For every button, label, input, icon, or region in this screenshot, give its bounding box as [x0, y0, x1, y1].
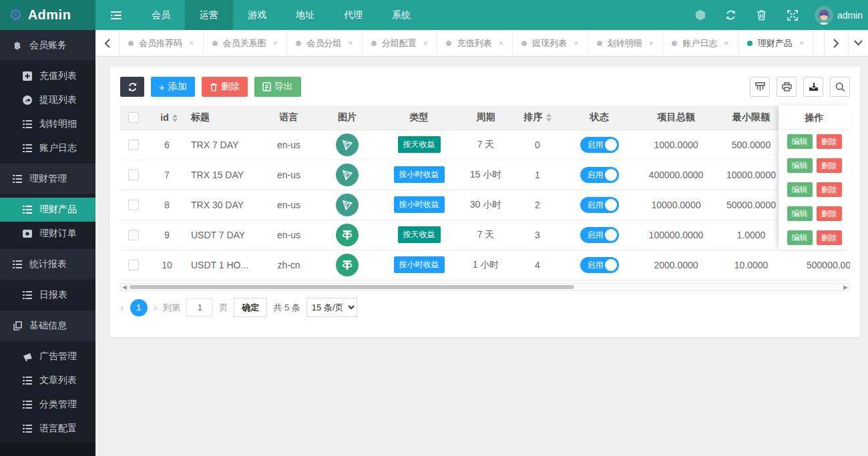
tab-close-icon[interactable]: ×	[799, 38, 805, 48]
sidebar-item-充值列表[interactable]: 充值列表	[0, 64, 95, 88]
sidebar-item-理财订单[interactable]: 理财订单	[0, 222, 95, 246]
tab-close-icon[interactable]: ×	[574, 38, 579, 48]
export-data-icon[interactable]	[803, 77, 823, 97]
tab-理财产品[interactable]: 理财产品×	[738, 30, 814, 56]
delete-button[interactable]: 删除	[202, 77, 248, 97]
sidebar-item-文章列表[interactable]: 文章列表	[0, 369, 95, 393]
nav-item-系统[interactable]: 系统	[377, 0, 425, 30]
select-all-checkbox[interactable]	[128, 112, 139, 123]
cell-period: 30 小时	[457, 190, 514, 220]
avatar[interactable]	[815, 6, 833, 25]
status-toggle[interactable]: 启用	[580, 257, 619, 273]
sidebar-footer	[0, 443, 95, 456]
next-page-icon[interactable]: ›	[154, 302, 158, 313]
tab-会员关系图[interactable]: 会员关系图×	[204, 30, 288, 56]
tab-close-icon[interactable]: ×	[724, 38, 729, 48]
sort-icon[interactable]	[546, 113, 552, 122]
search-icon[interactable]	[830, 77, 850, 97]
tabs-scroll-left-icon[interactable]	[95, 30, 120, 56]
nav-item-游戏[interactable]: 游戏	[233, 0, 281, 30]
op-column-header: 操作	[779, 105, 850, 130]
sidebar-item-理财管理[interactable]: 理财管理	[0, 164, 95, 194]
cell-sort: 0	[514, 130, 561, 160]
menu-collapse-icon[interactable]	[95, 0, 137, 30]
scroll-left-arrow-icon[interactable]: ◀	[122, 284, 127, 290]
edit-button[interactable]: 编辑	[787, 182, 813, 197]
tab-账户日志[interactable]: 账户日志×	[663, 30, 738, 56]
sidebar-item-广告管理[interactable]: 广告管理	[0, 345, 95, 369]
status-toggle[interactable]: 启用	[580, 137, 619, 153]
refresh-button[interactable]	[120, 77, 144, 97]
nav-item-会员[interactable]: 会员	[137, 0, 185, 30]
tab-close-icon[interactable]: ×	[348, 38, 353, 48]
tab-划转明细[interactable]: 划转明细×	[588, 30, 664, 56]
per-page-select[interactable]: 15 条/页	[306, 298, 357, 317]
columns-filter-icon[interactable]	[750, 77, 770, 97]
delete-row-button[interactable]: 删除	[817, 206, 842, 221]
tab-close-icon[interactable]: ×	[273, 38, 278, 48]
tab-充值列表[interactable]: 充值列表×	[437, 30, 513, 56]
tab-status-dot	[597, 41, 602, 46]
add-button[interactable]: + 添加	[151, 77, 195, 97]
sidebar-item-日报表[interactable]: 日报表	[0, 283, 95, 307]
sidebar-item-账户日志[interactable]: 账户日志	[0, 136, 95, 160]
sidebar-item-会员账务[interactable]: ฿会员账务	[0, 30, 95, 61]
row-checkbox[interactable]	[128, 140, 139, 150]
sidebar-item-理财产品[interactable]: 理财产品	[0, 198, 95, 222]
status-toggle[interactable]: 启用	[580, 227, 619, 243]
sidebar-item-提现列表[interactable]: 提现列表	[0, 88, 95, 112]
sidebar-item-分类管理[interactable]: 分类管理	[0, 393, 95, 417]
tab-close-icon[interactable]: ×	[189, 38, 194, 48]
delete-row-button[interactable]: 删除	[817, 134, 842, 149]
tab-分组配置[interactable]: 分组配置×	[363, 30, 438, 56]
row-checkbox[interactable]	[128, 260, 139, 270]
trash-icon	[210, 83, 218, 91]
status-toggle[interactable]: 启用	[580, 167, 619, 183]
tab-close-icon[interactable]: ×	[649, 38, 654, 48]
tabs-scroll-right-icon[interactable]	[824, 30, 848, 56]
sidebar-item-语言配置[interactable]: 语言配置	[0, 417, 95, 441]
horizontal-scrollbar[interactable]: ◀ ▶	[120, 283, 850, 291]
delete-row-button[interactable]: 删除	[817, 158, 842, 173]
tab-label: 理财产品	[758, 37, 793, 49]
print-icon[interactable]	[777, 77, 797, 97]
refresh-icon[interactable]	[716, 0, 746, 30]
scrollbar-thumb[interactable]	[130, 285, 574, 289]
prev-page-icon[interactable]: ‹	[120, 302, 124, 313]
goto-page-input[interactable]	[186, 298, 213, 316]
tab-close-icon[interactable]: ×	[423, 38, 429, 48]
hexagon-icon[interactable]	[685, 0, 716, 30]
nav-item-代理[interactable]: 代理	[329, 0, 377, 30]
sidebar-item-划转明细[interactable]: 划转明细	[0, 112, 95, 136]
tab-提现列表[interactable]: 提现列表×	[513, 30, 588, 56]
tabs-menu-icon[interactable]	[848, 30, 868, 56]
type-badge: 按小时收益	[394, 256, 445, 273]
confirm-button[interactable]: 确定	[234, 298, 267, 317]
page-number[interactable]: 1	[130, 299, 148, 316]
tab-会员推荐码[interactable]: 会员推荐码×	[120, 30, 204, 56]
scroll-right-arrow-icon[interactable]: ▶	[843, 284, 848, 290]
row-checkbox[interactable]	[128, 200, 139, 210]
sidebar-item-基础信息[interactable]: 基础信息	[0, 310, 95, 341]
status-toggle[interactable]: 启用	[580, 197, 619, 213]
cell-id: 10	[147, 250, 187, 280]
export-button[interactable]: 导出	[254, 77, 301, 97]
edit-button[interactable]: 编辑	[787, 134, 813, 149]
plus-square-icon	[22, 71, 33, 81]
fullscreen-icon[interactable]	[777, 0, 808, 30]
sort-icon[interactable]	[172, 114, 178, 122]
tab-会员分组[interactable]: 会员分组×	[287, 30, 363, 56]
row-checkbox[interactable]	[128, 170, 139, 180]
nav-item-运营[interactable]: 运营	[185, 0, 233, 30]
edit-button[interactable]: 编辑	[787, 158, 813, 173]
row-checkbox[interactable]	[128, 230, 139, 240]
edit-button[interactable]: 编辑	[787, 206, 813, 221]
delete-row-button[interactable]: 删除	[817, 230, 842, 245]
edit-button[interactable]: 编辑	[787, 230, 813, 245]
sidebar-item-统计报表[interactable]: 统计报表	[0, 249, 95, 280]
trash-icon[interactable]	[746, 0, 777, 30]
username[interactable]: admin	[837, 10, 863, 21]
delete-row-button[interactable]: 删除	[817, 182, 842, 197]
tab-close-icon[interactable]: ×	[498, 38, 503, 48]
nav-item-地址[interactable]: 地址	[281, 0, 329, 30]
